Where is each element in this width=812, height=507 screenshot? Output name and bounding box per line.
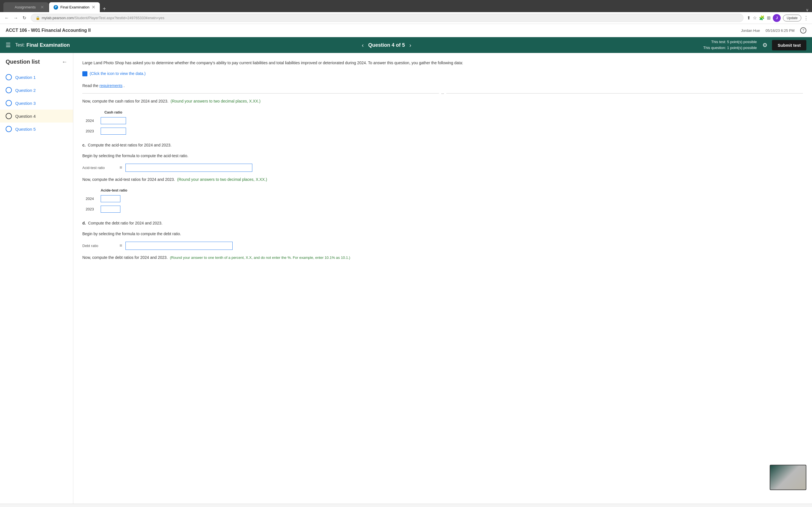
acid-test-formula-label: Acid-test ratio: [82, 166, 116, 170]
back-button[interactable]: ←: [3, 14, 10, 22]
user-avatar[interactable]: J: [773, 14, 781, 22]
tab-final-exam-close[interactable]: ✕: [92, 4, 95, 10]
question-1-label: Question 1: [15, 75, 36, 80]
content-area: Large Land Photo Shop has asked you to d…: [73, 53, 812, 504]
sidebar-item-question-5[interactable]: Question 5: [0, 122, 73, 135]
next-question-button[interactable]: ›: [409, 42, 411, 48]
question-points: This question: 1 point(s) possible: [703, 45, 757, 51]
tab-final-exam-label: Final Examination: [60, 5, 89, 9]
test-name: Final Examination: [27, 42, 70, 48]
debt-ratio-header: d. Compute the debt ratio for 2024 and 2…: [82, 220, 803, 226]
app-title: ACCT 106 - W01 Financial Accounting II: [6, 28, 91, 33]
cash-ratio-instruction: Now, compute the cash ratios for 2024 an…: [82, 98, 803, 104]
url-text: mylab.pearson.com/Student/PlayerTest.asp…: [42, 16, 164, 20]
browser-chrome: Assignments ✕ P Final Examination ✕ + ∨: [0, 0, 812, 12]
new-tab-button[interactable]: +: [100, 6, 108, 12]
grid-icon: [82, 71, 87, 76]
question-2-label: Question 2: [15, 88, 36, 93]
debt-ratio-formula-label: Debt ratio: [82, 244, 116, 248]
sidebar-item-question-3[interactable]: Question 3: [0, 97, 73, 110]
acid-test-compute-instruction: Now, compute the acid-test ratios for 20…: [82, 176, 803, 182]
acid-test-formula-instruction: Begin by selecting the formula to comput…: [82, 153, 803, 159]
acid-test-column-header: Acide-test ratio: [97, 187, 131, 193]
cash-ratio-year-2024: 2024: [82, 115, 97, 126]
forward-button[interactable]: →: [12, 14, 19, 22]
cash-ratio-input-2023[interactable]: [101, 128, 126, 135]
acid-test-formula-row: Acid-test ratio =: [82, 164, 803, 172]
app-header: ACCT 106 - W01 Financial Accounting II J…: [0, 24, 812, 37]
reload-button[interactable]: ↻: [21, 14, 28, 22]
click-data-row: (Click the icon to view the data.): [82, 70, 803, 78]
acid-test-input-2023[interactable]: [101, 206, 120, 213]
settings-button[interactable]: ⚙: [762, 42, 767, 48]
extensions-button[interactable]: 🧩: [759, 15, 765, 20]
question-5-circle: [6, 126, 12, 132]
sidebar: Question list ← Question 1 Question 2 Qu…: [0, 53, 73, 504]
debt-ratio-equals: =: [119, 243, 122, 248]
update-button[interactable]: Update: [783, 15, 801, 21]
acid-test-header: c. Compute the acid-test ratios for 2024…: [82, 142, 803, 148]
cash-ratio-column-header: Cash ratio: [97, 109, 130, 115]
sidebar-title: Question list: [6, 59, 40, 65]
prev-question-button[interactable]: ‹: [362, 42, 364, 48]
tabs-row: Assignments ✕ P Final Examination ✕ + ∨: [3, 2, 809, 12]
question-3-circle: [6, 100, 12, 106]
tab-final-exam[interactable]: P Final Examination ✕: [49, 2, 100, 12]
tab-list-chevron[interactable]: ∨: [806, 8, 809, 12]
cash-ratio-note: (Round your answers to two decimal place…: [170, 99, 260, 103]
requirements-row: Read the requirements .: [82, 82, 803, 89]
acid-test-formula-input[interactable]: [125, 164, 252, 172]
browser-menu-button[interactable]: ⋮: [804, 15, 809, 21]
user-name: Jordan Hue: [741, 29, 760, 33]
sidebar-item-question-4[interactable]: Question 4: [0, 110, 73, 122]
test-info: This test: 5 point(s) possible This ques…: [703, 39, 757, 51]
view-data-link[interactable]: (Click the icon to view the data.): [82, 70, 146, 76]
question-2-circle: [6, 87, 12, 93]
question-counter: Question 4 of 5: [368, 42, 405, 48]
debt-ratio-formula-input[interactable]: [125, 242, 233, 250]
url-bar[interactable]: 🔒 mylab.pearson.com/Student/PlayerTest.a…: [31, 14, 744, 22]
sidebar-item-question-2[interactable]: Question 2: [0, 83, 73, 97]
test-prefix: Test:: [15, 43, 25, 48]
debt-ratio-compute-instruction: Now, compute the debt ratios for 2024 an…: [82, 255, 803, 261]
acid-test-year-2023: 2023: [82, 204, 97, 214]
acid-test-table: Acide-test ratio 2024 2023: [82, 187, 131, 214]
divider-dots: ···: [439, 92, 446, 96]
bookmark-button[interactable]: ☆: [753, 15, 757, 20]
address-bar: ← → ↻ 🔒 mylab.pearson.com/Student/Player…: [0, 12, 812, 24]
thumbnail-preview: [770, 465, 806, 490]
question-4-circle: [6, 113, 12, 119]
acid-test-input-2024[interactable]: [101, 195, 120, 202]
section-divider: ···: [82, 93, 803, 94]
acid-test-row-2023: 2023: [82, 204, 131, 214]
share-button[interactable]: ⬆: [747, 15, 751, 20]
datetime: 05/16/23 6:25 PM: [765, 29, 795, 33]
requirements-link[interactable]: requirements: [100, 83, 123, 88]
user-info: Jordan Hue 05/16/23 6:25 PM ?: [741, 27, 806, 34]
debt-ratio-part-text: Compute the debt ratio for 2024 and 2023…: [88, 221, 162, 225]
test-header: ☰ Test: Final Examination ‹ Question 4 o…: [0, 37, 812, 53]
bottom-bar: Next: [0, 504, 812, 507]
cash-ratio-input-2024[interactable]: [101, 117, 126, 124]
debt-ratio-compute-note: (Round your answer to one tenth of a per…: [170, 256, 350, 260]
question-5-label: Question 5: [15, 127, 36, 131]
tab-assignments-close[interactable]: ✕: [40, 4, 44, 10]
question-4-label: Question 4: [15, 114, 36, 119]
tab-assignments-label: Assignments: [15, 5, 36, 9]
test-points: This test: 5 point(s) possible: [703, 39, 757, 45]
cash-ratio-row-2023: 2023: [82, 126, 130, 136]
debt-ratio-formula-row: Debt ratio =: [82, 242, 803, 250]
collapse-sidebar-button[interactable]: ←: [62, 59, 67, 65]
tab-assignments[interactable]: Assignments ✕: [3, 2, 49, 12]
hamburger-menu[interactable]: ☰: [6, 42, 11, 48]
sidebar-header: Question list ←: [0, 59, 73, 71]
pearson-tab-icon: P: [54, 5, 58, 10]
sidebar-item-question-1[interactable]: Question 1: [0, 71, 73, 83]
acid-test-row-2024: 2024: [82, 193, 131, 204]
question-1-circle: [6, 74, 12, 80]
help-button[interactable]: ?: [800, 27, 806, 34]
submit-test-button[interactable]: Submit test: [772, 40, 806, 50]
click-data-label: (Click the icon to view the data.): [90, 70, 146, 76]
split-view-button[interactable]: ⊞: [767, 15, 770, 20]
nav-buttons: ← → ↻: [3, 14, 28, 22]
